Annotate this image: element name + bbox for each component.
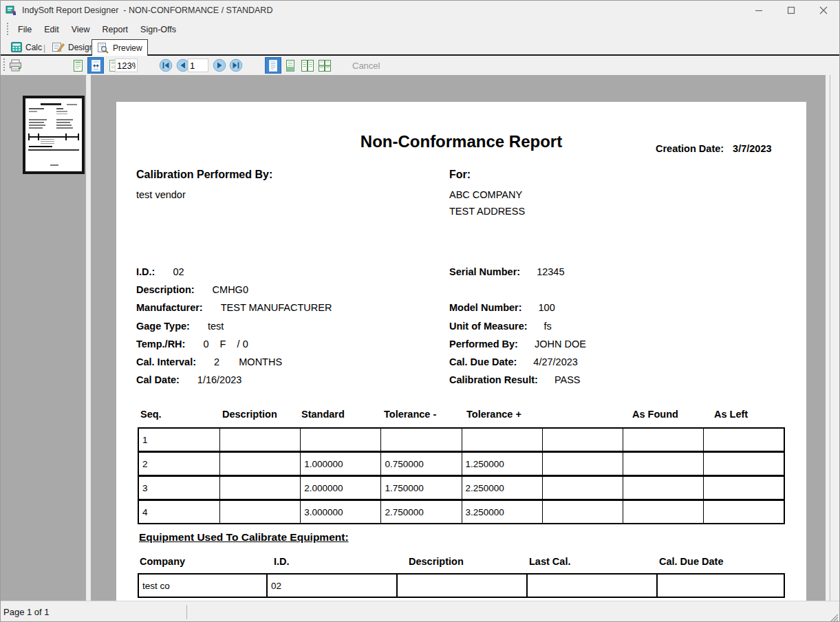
minimize-button[interactable] — [742, 1, 775, 20]
thumbnail-text-mark — [56, 111, 67, 112]
thumbnail-text-mark — [56, 122, 70, 123]
page-thumbnail[interactable] — [23, 96, 85, 174]
table-cell — [623, 477, 703, 499]
field-label: Unit of Measure: — [449, 321, 528, 332]
equipment-table: test co 02 — [138, 573, 785, 598]
thumbnail-table-mark — [41, 143, 54, 144]
thumbnail-title-mark — [41, 103, 61, 105]
field-label: I.D.: — [136, 266, 155, 277]
table-cell — [703, 453, 784, 475]
next-page-button[interactable] — [211, 57, 228, 74]
zoom-fit-page-button[interactable] — [69, 57, 86, 74]
table-cell — [703, 501, 784, 523]
table-cell — [542, 477, 623, 499]
table-cell — [542, 501, 623, 523]
field-label: Cal. Interval: — [136, 356, 196, 367]
thumbnail-table-mark — [28, 133, 30, 140]
resize-grip[interactable] — [829, 612, 839, 622]
detail-row: Temp./RH:0 F / 0 Performed By:JOHN DOE — [136, 335, 790, 353]
preview-area: Non-Conformance Report Creation Date:3/7… — [1, 75, 840, 601]
page-number-input[interactable] — [188, 58, 208, 72]
cancel-button[interactable]: Cancel — [352, 61, 380, 71]
table-cell — [542, 429, 623, 451]
column-header: Company — [140, 556, 185, 567]
single-page-view-button[interactable] — [265, 57, 281, 74]
column-header: Standard — [301, 409, 345, 420]
menu-edit[interactable]: Edit — [38, 22, 65, 37]
minimize-icon — [755, 6, 763, 14]
thumbnail-text-mark — [29, 108, 44, 109]
thumbnail-text-mark — [56, 119, 73, 120]
thumbnail-text-mark — [56, 127, 73, 129]
field-label: Gage Type: — [136, 321, 190, 332]
menu-file[interactable]: File — [12, 22, 38, 37]
detail-row: Cal Date:1/16/2023 Calibration Result:PA… — [136, 371, 790, 389]
menu-sign-offs[interactable]: Sign-Offs — [134, 22, 182, 37]
menubar-drag-handle[interactable] — [6, 23, 9, 36]
last-page-icon — [229, 58, 243, 72]
creation-date-label: Creation Date: — [656, 143, 724, 154]
two-pages-view-button[interactable] — [299, 57, 316, 74]
thumbnail-table-mark — [78, 133, 79, 140]
field-value: 1/16/2023 — [197, 374, 242, 385]
maximize-button[interactable] — [775, 1, 807, 20]
creation-date: Creation Date:3/7/2023 — [656, 143, 772, 154]
column-header: As Found — [632, 409, 678, 420]
page-info: Page 1 of 1 — [3, 607, 50, 617]
continuous-page-view-button[interactable] — [282, 57, 299, 74]
column-header: Seq. — [140, 409, 162, 420]
tab-preview[interactable]: Preview — [91, 39, 148, 56]
field-label: Serial Number: — [449, 266, 520, 277]
column-header: Description — [409, 556, 464, 567]
table-cell — [656, 575, 786, 597]
field-value: 02 — [173, 266, 184, 277]
thumbnail-panel — [1, 75, 86, 601]
table-cell — [542, 453, 623, 475]
performed-by-value: test vendor — [136, 189, 186, 200]
performed-by-heading: Calibration Performed By: — [136, 169, 272, 181]
app-icon — [6, 5, 17, 17]
thumbnail-text-mark — [29, 127, 43, 129]
table-cell — [526, 575, 656, 597]
zoom-page-width-button[interactable] — [87, 57, 104, 74]
column-header: Tolerance - — [384, 409, 436, 420]
field-value: 0 F / 0 — [203, 339, 248, 350]
table-row: 1 — [138, 427, 785, 452]
thumbnail-table-mark — [38, 133, 39, 140]
table-cell: 3.250000 — [462, 501, 542, 523]
thumbnail-section-mark — [29, 146, 52, 147]
panel-divider[interactable] — [86, 75, 91, 601]
menu-view[interactable]: View — [65, 22, 96, 37]
four-pages-view-button[interactable] — [316, 57, 333, 74]
table-cell — [219, 429, 300, 451]
thumbnail-table-mark — [41, 139, 54, 140]
table-cell: 4 — [139, 501, 219, 523]
status-divider — [186, 605, 187, 619]
field-value: 2 MONTHS — [214, 356, 282, 367]
table-cell: 3.000000 — [300, 501, 380, 523]
table-cell — [623, 501, 703, 523]
menu-report[interactable]: Report — [96, 22, 135, 37]
thumbnail-date-mark — [67, 104, 77, 105]
detail-row: Gage Type:test Unit of Measure:fs — [136, 317, 790, 335]
zoom-level-input[interactable] — [115, 58, 138, 72]
table-cell: 3 — [139, 477, 219, 499]
table-cell: 1.000000 — [300, 453, 380, 475]
thumbnail-text-mark — [29, 111, 37, 112]
table-cell — [219, 477, 300, 499]
first-page-button[interactable] — [158, 57, 174, 74]
thumbnail-text-mark — [29, 119, 47, 120]
toolbar-drag-handle[interactable] — [3, 58, 6, 72]
close-button[interactable] — [807, 1, 839, 20]
status-bar: Page 1 of 1 — [1, 601, 839, 622]
column-header: Last Cal. — [529, 556, 570, 567]
print-button[interactable] — [7, 57, 23, 74]
tab-calc[interactable]: Calc — [6, 40, 47, 54]
vertical-scrollbar[interactable] — [826, 75, 840, 601]
table-cell — [623, 453, 703, 475]
title-bar: IndySoft Report Designer - NON-CONFORMAN… — [1, 1, 839, 20]
app-window: IndySoft Report Designer - NON-CONFORMAN… — [0, 0, 840, 622]
field-value: CMHG0 — [213, 284, 248, 295]
table-cell: test co — [139, 575, 266, 597]
last-page-button[interactable] — [228, 57, 244, 74]
